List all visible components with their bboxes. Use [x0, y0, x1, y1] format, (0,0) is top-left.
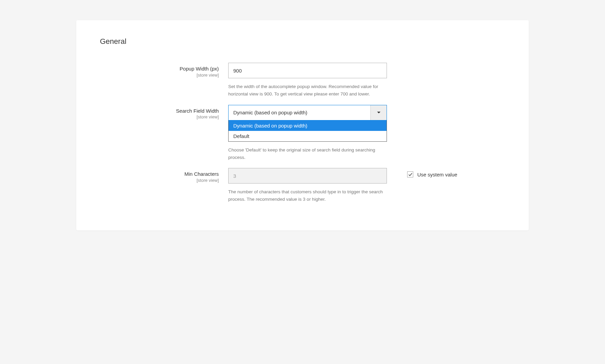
popup-width-label: Popup Width (px)	[100, 65, 219, 72]
select-option-dynamic[interactable]: Dynamic (based on popup width)	[229, 120, 387, 131]
control-col: Dynamic (based on popup width) Dynamic (…	[228, 105, 387, 162]
popup-width-scope: [store view]	[100, 73, 219, 78]
control-col: Set the width of the autocomplete popup …	[228, 63, 387, 98]
popup-width-input[interactable]	[228, 63, 387, 78]
use-system-value-wrapper: Use system value	[387, 168, 457, 177]
min-characters-scope: [store view]	[100, 178, 219, 183]
field-row-popup-width: Popup Width (px) [store view] Set the wi…	[100, 63, 505, 98]
control-col: The number of characters that customers …	[228, 168, 387, 203]
label-col: Popup Width (px) [store view]	[100, 63, 228, 78]
field-row-search-field-width: Search Field Width [store view] Dynamic …	[100, 105, 505, 162]
min-characters-help: The number of characters that customers …	[228, 188, 387, 203]
use-system-value-checkbox[interactable]	[407, 171, 413, 177]
select-toggle-button[interactable]	[370, 105, 387, 120]
select-dropdown-list: Dynamic (based on popup width) Default	[228, 120, 387, 142]
search-field-width-label: Search Field Width	[100, 108, 219, 114]
min-characters-label: Min Characters	[100, 171, 219, 177]
select-current-value: Dynamic (based on popup width)	[229, 110, 370, 115]
label-col: Min Characters [store view]	[100, 168, 228, 183]
search-field-width-scope: [store view]	[100, 114, 219, 119]
checkmark-icon	[408, 172, 413, 177]
select-display[interactable]: Dynamic (based on popup width)	[228, 105, 387, 120]
field-row-min-characters: Min Characters [store view] The number o…	[100, 168, 505, 203]
search-field-width-help: Choose 'Default' to keep the original si…	[228, 146, 387, 162]
search-field-width-select[interactable]: Dynamic (based on popup width) Dynamic (…	[228, 105, 387, 142]
chevron-down-icon	[377, 112, 380, 113]
popup-width-help: Set the width of the autocomplete popup …	[228, 83, 387, 98]
use-system-value-label[interactable]: Use system value	[417, 172, 457, 177]
section-title: General	[100, 37, 505, 46]
label-col: Search Field Width [store view]	[100, 105, 228, 120]
min-characters-input	[228, 168, 387, 184]
select-option-default[interactable]: Default	[229, 131, 387, 141]
settings-panel: General Popup Width (px) [store view] Se…	[76, 20, 529, 230]
